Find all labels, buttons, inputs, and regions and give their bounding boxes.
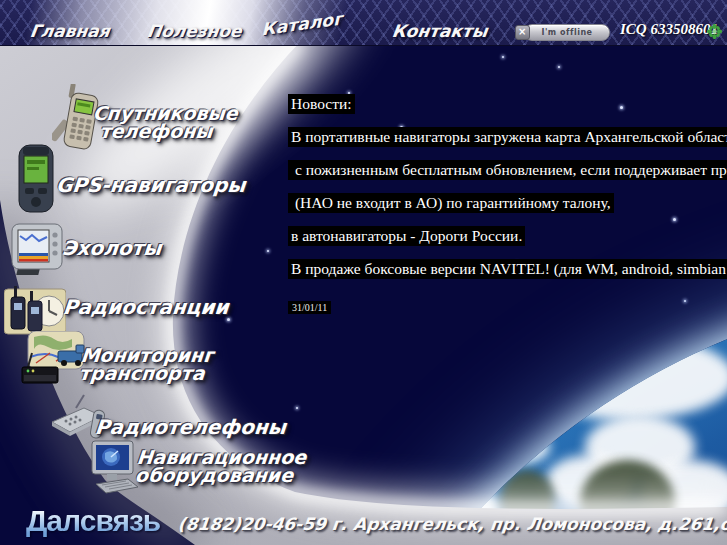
nav-item-contacts[interactable]: Контакты bbox=[391, 21, 489, 41]
news-line: В портативные навигаторы загружена карта… bbox=[288, 127, 727, 147]
fishfinders-icon[interactable] bbox=[8, 220, 66, 282]
icq-offline-x-icon: × bbox=[515, 25, 530, 40]
nav-item-useful[interactable]: Полезное bbox=[146, 21, 244, 41]
news-title: Новости: bbox=[288, 94, 355, 114]
vehicle-monitoring-icon[interactable] bbox=[20, 331, 88, 395]
footer-contact: (8182)20-46-59 г. Архангельск, пр. Ломон… bbox=[177, 514, 727, 534]
sidebar-item-gps-navigators[interactable]: GPS-навигаторы bbox=[55, 176, 246, 195]
icq-number: ICQ 633508601 bbox=[620, 21, 718, 38]
sidebar-item-radiotelephones[interactable]: Радиотелефоны bbox=[94, 418, 287, 437]
news-date: 31/01/11 bbox=[288, 301, 331, 314]
news-section: Новости: В портативные навигаторы загруж… bbox=[288, 94, 727, 279]
top-navigation: Главная Полезное Каталог Контакты × I'm … bbox=[0, 0, 727, 46]
sidebar-item-navigation-equipment[interactable]: Навигационное оборудование bbox=[134, 448, 287, 484]
news-line: (НАО не входит в АО) по гарантийному тал… bbox=[288, 193, 614, 213]
icq-status-label: I'm offline bbox=[541, 28, 592, 37]
gps-navigators-icon[interactable] bbox=[14, 143, 58, 219]
page: Новости: В портативные навигаторы загруж… bbox=[0, 0, 727, 545]
nav-item-home[interactable]: Главная bbox=[29, 21, 111, 41]
sidebar-item-satellite-phones[interactable]: Спутниковые телефоны bbox=[90, 104, 223, 140]
news-line: в автонавигаторы - Дороги России. bbox=[288, 226, 525, 246]
icq-status-button[interactable]: × I'm offline bbox=[524, 24, 610, 41]
icq-flower-icon bbox=[707, 24, 722, 43]
news-line: В продаже боксовые версии NAVITEL! (для … bbox=[288, 259, 727, 279]
sidebar-item-radios[interactable]: Радиостанции bbox=[62, 298, 229, 317]
news-line: с пожизненным бесплатным обновлением, ес… bbox=[288, 160, 727, 180]
sidebar-item-vehicle-monitoring[interactable]: Мониторинг транспорта bbox=[78, 346, 206, 382]
sidebar-item-fishfinders[interactable]: Эхолоты bbox=[61, 239, 162, 258]
company-logo: Далсвязь bbox=[26, 504, 160, 538]
navigation-equipment-icon[interactable] bbox=[88, 440, 140, 499]
